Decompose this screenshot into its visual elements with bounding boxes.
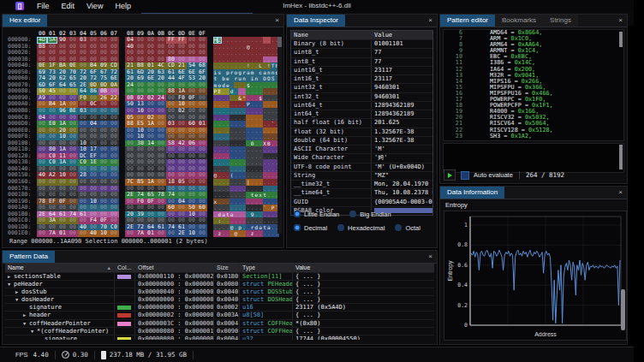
chevron-right-icon[interactable]: ▶	[15, 288, 21, 295]
hex-byte[interactable]: 10	[187, 230, 197, 237]
tab-pattern-data[interactable]: Pattern Data	[3, 251, 55, 263]
run-pattern-button[interactable]	[444, 169, 456, 181]
tab-data-inspector[interactable]: Data Inspector	[287, 15, 345, 27]
hex-byte[interactable]: 00	[125, 230, 135, 237]
pattern-data-col-size[interactable]: Size	[213, 264, 239, 272]
inspector-row[interactable]: uint32_t9460301	[291, 83, 432, 92]
inspector-row[interactable]: int16_t23117	[291, 74, 432, 83]
inspector-row[interactable]: String"MZ"	[291, 171, 432, 180]
pattern-data-row[interactable]: ▼peHeader0x00000000 : 0x0000007F0x0080st…	[5, 280, 434, 288]
hex-byte[interactable]: 00	[156, 230, 166, 237]
inspector-row[interactable]: half float (16 bit)201.625	[291, 118, 432, 127]
pattern-data-col-type[interactable]: Type	[239, 264, 292, 272]
inspector-row[interactable]: int8_t77	[291, 57, 432, 66]
pattern-data-row[interactable]: ▼coffHeaderPointer0x0000003C : 0x0000003…	[5, 319, 434, 327]
radio-little-endian[interactable]: Little Endian	[294, 211, 339, 218]
hex-rows: 000000:4D5A90000300000004000000FFFF0000M…	[3, 37, 283, 237]
inspector-row[interactable]: float (32 bit)1.32567E-38	[291, 128, 432, 136]
radio-octal[interactable]: Octal	[395, 224, 420, 232]
hex-byte[interactable]: 00	[166, 230, 176, 237]
radio-big-endian[interactable]: Big Endian	[349, 211, 391, 218]
inspector-row[interactable]: int32_t9460301	[291, 92, 432, 101]
code-scrollbar[interactable]	[619, 32, 623, 47]
data-information-scrollbar[interactable]	[621, 289, 625, 330]
svg-text:0.6: 0.6	[457, 262, 468, 269]
tab-hex-editor[interactable]: Hex editor	[3, 15, 47, 27]
pattern-data-col-col[interactable]: Col...	[114, 264, 134, 272]
pattern-type-cell: struct PEHeader	[239, 281, 292, 288]
pattern-data-row[interactable]: ▶dosStub0x00000040 : 0x0000007F0x0040str…	[5, 288, 434, 295]
radio-decimal[interactable]: Decimal	[294, 224, 327, 232]
pattern-data-row[interactable]: signature0x00000000 : 0x000000010x0002u1…	[5, 303, 434, 311]
pattern-data-row[interactable]: ▶sectionsTable0x00000110 : 0x000002C00x0…	[5, 272, 434, 280]
type-keyword: struct	[242, 288, 268, 295]
inspector-row[interactable]: __time32_tMon, 20.04.1970 13:51	[291, 180, 432, 188]
inspector-row[interactable]: Wide Character'婍'	[291, 153, 432, 162]
close-icon[interactable]: ×	[615, 15, 627, 27]
inspector-row[interactable]: uint8_t77	[291, 48, 432, 56]
hex-editor-tabbar: Hex editor ×	[3, 15, 283, 27]
console-scrollbar[interactable]	[619, 145, 623, 169]
hex-byte[interactable]: 01	[146, 230, 156, 237]
menu-item-view[interactable]: View	[80, 2, 109, 10]
inspector-row[interactable]: Binary (8 bit)01001101	[291, 39, 432, 48]
inspector-row[interactable]: uint16_t23117	[291, 66, 432, 74]
menu-bar: [] FileEditViewHelp ImHex - libstdc++-6.…	[0, 0, 634, 11]
hex-byte[interactable]: 00	[78, 230, 88, 237]
data-information-panel: Data Information × Entropy 00.20.40.60.8…	[439, 186, 628, 345]
inspector-row[interactable]: UTF-8 code point'M' (U+0x004D)	[291, 163, 432, 171]
chevron-right-icon[interactable]: ▶	[8, 273, 14, 280]
menu-item-help[interactable]: Help	[109, 2, 137, 10]
chevron-down-icon[interactable]: ▼	[23, 320, 29, 327]
pattern-data-col-value[interactable]: Value	[292, 264, 434, 272]
hex-ascii-column: ................	[213, 115, 279, 122]
chevron-down-icon[interactable]: ▼	[15, 296, 21, 303]
chevron-right-icon[interactable]: ▶	[23, 312, 29, 318]
tab-bookmarks[interactable]: Bookmarks	[495, 15, 543, 27]
pattern-code-editor[interactable]: 6AMD64 = 0x8664,7ARM = 0x1C0,8ARM64 = 0x…	[443, 29, 624, 141]
entropy-plot[interactable]: 00.20.40.60.81EntropyAddress	[444, 211, 626, 340]
hex-scrollbar[interactable]	[277, 37, 282, 234]
hex-byte[interactable]: 7A	[47, 230, 57, 237]
inspector-row[interactable]: __time64_tThu, 10.08.2378 09:16	[291, 188, 432, 197]
tab-data-information[interactable]: Data Information	[440, 187, 504, 199]
hex-byte[interactable]: 00	[109, 230, 119, 237]
type-name: PEHeader	[268, 281, 292, 288]
inspector-row[interactable]: ASCII Character'M'	[291, 145, 432, 153]
hex-byte[interactable]: 10	[98, 230, 109, 237]
chevron-down-icon[interactable]: ▼	[8, 281, 14, 288]
pattern-console[interactable]	[443, 143, 624, 173]
hex-byte[interactable]: 7A	[135, 230, 146, 237]
hex-byte[interactable]: 00	[68, 230, 78, 237]
hex-ascii-column: ................	[213, 166, 279, 173]
menu-item-file[interactable]: File	[31, 2, 56, 10]
inspector-row-name: uint32_t	[291, 84, 371, 92]
inspector-row[interactable]: GUID{00905A4D-0003-0000-04	[291, 198, 432, 206]
close-icon[interactable]: ×	[271, 15, 283, 27]
auto-evaluate-checkbox[interactable]	[461, 171, 469, 180]
hex-byte[interactable]: 2E	[176, 230, 187, 237]
menu-item-edit[interactable]: Edit	[56, 2, 81, 10]
entropy-chart[interactable]: 00.20.40.60.81EntropyAddress	[444, 211, 627, 341]
hex-byte[interactable]: 40	[88, 230, 98, 237]
pattern-data-row[interactable]: ▼dosHeader0x00000000 : 0x0000003F0x0040s…	[5, 295, 434, 303]
inspector-row[interactable]: double (64 bit)1.32567E-38	[291, 136, 432, 145]
inspector-row[interactable]: uint64_t12894362189	[291, 101, 432, 110]
code-line: 22RISCV128 = 0x5128,	[444, 128, 623, 134]
close-icon[interactable]: ×	[615, 187, 627, 199]
pattern-data-row[interactable]: ▶header0x00000002 : 0x0000003B0x003Au8[5…	[5, 311, 434, 318]
pattern-data-col-offset[interactable]: Offset	[134, 264, 213, 272]
chevron-down-icon[interactable]: ▼	[31, 328, 37, 335]
hex-byte[interactable]: 00	[197, 230, 207, 237]
pattern-data-row[interactable]: ▼*(coffHeaderPointer)0x00000080 : 0x0000…	[5, 327, 434, 335]
pattern-data-col-name[interactable]: Name▲	[5, 264, 114, 272]
close-icon[interactable]: ×	[425, 15, 437, 27]
inspector-row[interactable]: int64_t12894362189	[291, 110, 432, 118]
pattern-data-row[interactable]: signature0x00000080 : 0x000000830x0004u3…	[5, 335, 434, 340]
hex-byte[interactable]: 00	[37, 230, 47, 237]
tab-strings[interactable]: Strings	[543, 15, 578, 27]
tab-pattern-editor[interactable]: Pattern editor	[440, 15, 495, 27]
close-icon[interactable]: ×	[425, 251, 437, 263]
hex-byte[interactable]: 01	[57, 230, 68, 237]
radio-hexadecimal[interactable]: Hexadecimal	[337, 224, 385, 232]
